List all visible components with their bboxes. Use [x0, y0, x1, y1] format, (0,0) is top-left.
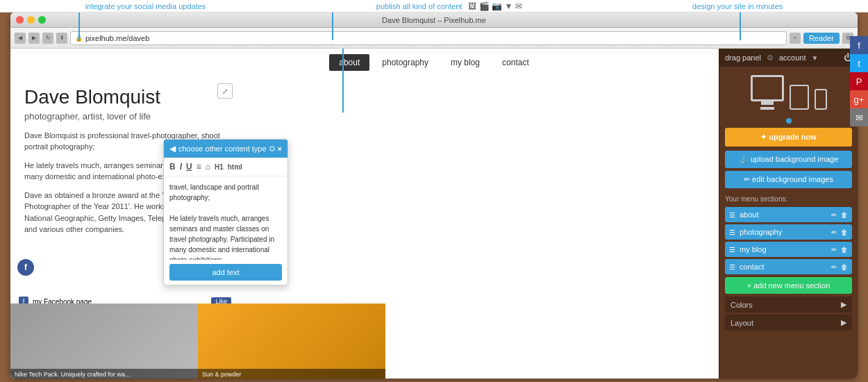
bold-button[interactable]: B [169, 162, 176, 172]
traffic-lights [16, 16, 46, 24]
delete-blog-icon[interactable]: 🗑 [841, 246, 848, 254]
phone-icon[interactable] [815, 89, 827, 110]
browser-titlebar: Dave Blomquist – Pixelhub.me [10, 13, 858, 28]
site-owner-subtitle: photographer, artist, lover of life [24, 111, 226, 122]
edit-background-button[interactable]: ✏ edit background images [725, 171, 852, 188]
reader-button[interactable]: Reader [803, 33, 840, 44]
colors-section[interactable]: Colors ▶ [725, 297, 852, 313]
expand-button[interactable]: ⤢ [217, 83, 233, 99]
nav-blog[interactable]: my blog [441, 54, 490, 71]
forward-button[interactable]: ▶ [28, 33, 40, 44]
browser-window: Dave Blomquist – Pixelhub.me ◀ ▶ ↻ ⬆ 🔒 p… [10, 13, 858, 379]
gallery-section: Nike Tech Pack. Uniquely crafted for wa.… [10, 304, 385, 379]
address-bar[interactable]: 🔒 pixelhub.me/daveb [70, 31, 787, 45]
italic-button[interactable]: I [180, 162, 182, 172]
menu-item-photography[interactable]: ☰ photography ✏ 🗑 [725, 224, 852, 240]
list-button[interactable]: ≡ [197, 162, 201, 172]
edit-photography-icon[interactable]: ✏ [831, 229, 837, 236]
add-tab-button[interactable]: + [790, 33, 801, 44]
gallery-caption-2: Sun & powder [198, 369, 385, 379]
maximize-dot[interactable] [38, 16, 46, 24]
edit-about-icon[interactable]: ✏ [831, 211, 837, 219]
add-menu-section-button[interactable]: + add new menu section [725, 277, 852, 294]
popup-toolbar: B I U ≡ ⌂ H1 html [164, 158, 287, 176]
html-button[interactable]: html [228, 163, 242, 171]
nav-about[interactable]: about [329, 54, 369, 71]
url-text: pixelhub.me/daveb [85, 34, 149, 42]
menu-icon-contact: ☰ [729, 263, 735, 271]
device-switcher [719, 67, 858, 115]
menu-icon-photography: ☰ [729, 229, 735, 236]
gallery-item-2[interactable]: Sun & powder [198, 304, 385, 379]
close-dot[interactable] [16, 16, 24, 24]
annotation-publish: publish all kind of content 🖼 🎬 📷 ▼ ✉ [376, 1, 522, 11]
gallery-item-1[interactable]: Nike Tech Pack. Uniquely crafted for wa.… [10, 304, 198, 379]
menu-label-blog: my blog [740, 245, 767, 254]
gallery-caption-1: Nike Tech Pack. Uniquely crafted for wa.… [10, 369, 198, 379]
menu-icon-about: ☰ [729, 211, 735, 219]
menu-label-contact: contact [740, 263, 764, 271]
social-email-button[interactable]: ✉ [850, 108, 868, 126]
fb-sidebar-icon[interactable]: f [17, 259, 34, 276]
annotation-design: design your site in minutes [692, 2, 783, 10]
edit-contact-icon[interactable]: ✏ [831, 263, 837, 271]
refresh-button[interactable]: ↻ [42, 33, 53, 44]
site-body: ⤢ Dave Blomquist photographer, artist, l… [10, 76, 719, 379]
upgrade-button[interactable]: ✦ upgrade now [725, 128, 852, 147]
delete-photography-icon[interactable]: 🗑 [841, 229, 848, 236]
content-type-popup: ◀ choose other content type × B I U ≡ ⌂ … [163, 139, 288, 285]
back-button[interactable]: ◀ [15, 33, 26, 44]
nav-contact[interactable]: contact [492, 54, 539, 71]
menu-item-blog[interactable]: ☰ my blog ✏ 🗑 [725, 242, 852, 257]
delete-about-icon[interactable]: 🗑 [841, 211, 848, 219]
edit-blog-icon[interactable]: ✏ [831, 246, 837, 254]
popup-text-content[interactable]: travel, landscape and portrait photograp… [164, 176, 287, 260]
link-button[interactable]: ⌂ [206, 162, 210, 172]
desktop-icon[interactable] [751, 75, 784, 101]
account-label[interactable]: account [779, 53, 806, 62]
delete-contact-icon[interactable]: 🗑 [841, 263, 848, 271]
site-navigation: about photography my blog contact [10, 49, 719, 76]
menu-sections-label: Your menu sections: [719, 191, 858, 205]
browser-title: Dave Blomquist – Pixelhub.me [382, 16, 486, 24]
device-indicator [786, 118, 792, 124]
underline-button[interactable]: U [186, 162, 192, 172]
panel-header: drag panel ⚙ account ▼ ⏻ [719, 49, 858, 67]
popup-title: choose other content type [178, 144, 267, 153]
social-right-panel: f t P g+ ✉ [850, 36, 868, 126]
upload-background-button[interactable]: ⚓ upload background image [725, 151, 852, 168]
popup-header: ◀ choose other content type × [164, 140, 287, 158]
social-pinterest-button[interactable]: P [850, 72, 868, 90]
annotation-social: integrate your social media updates [85, 2, 206, 10]
social-twitter-button[interactable]: t [850, 54, 868, 72]
nav-photography[interactable]: photography [372, 54, 438, 71]
builder-panel: drag panel ⚙ account ▼ ⏻ [719, 49, 858, 379]
social-googleplus-button[interactable]: g+ [850, 90, 868, 108]
drag-panel-label[interactable]: drag panel [725, 53, 761, 62]
popup-close[interactable]: × [278, 144, 282, 153]
site-owner-name: Dave Blomquist [24, 87, 226, 108]
menu-item-contact[interactable]: ☰ contact ✏ 🗑 [725, 259, 852, 274]
add-text-button[interactable]: add text [169, 264, 282, 281]
menu-label-about: about [740, 210, 759, 219]
layout-section[interactable]: Layout ▶ [725, 315, 852, 331]
website-preview: about photography my blog contact ⤢ Dave… [10, 49, 719, 379]
menu-label-photography: photography [740, 228, 782, 236]
share-button[interactable]: ⬆ [56, 33, 67, 44]
menu-icon-blog: ☰ [729, 246, 735, 254]
social-facebook-button[interactable]: f [850, 36, 868, 54]
minimize-dot[interactable] [27, 16, 35, 24]
browser-content: about photography my blog contact ⤢ Dave… [10, 49, 858, 379]
arrow-line-2 [342, 49, 344, 113]
menu-item-about[interactable]: ☰ about ✏ 🗑 [725, 207, 852, 222]
h1-button[interactable]: H1 [215, 163, 224, 171]
browser-toolbar: ◀ ▶ ↻ ⬆ 🔒 pixelhub.me/daveb + Reader ⚙ [10, 28, 858, 49]
tablet-icon[interactable] [790, 85, 809, 110]
